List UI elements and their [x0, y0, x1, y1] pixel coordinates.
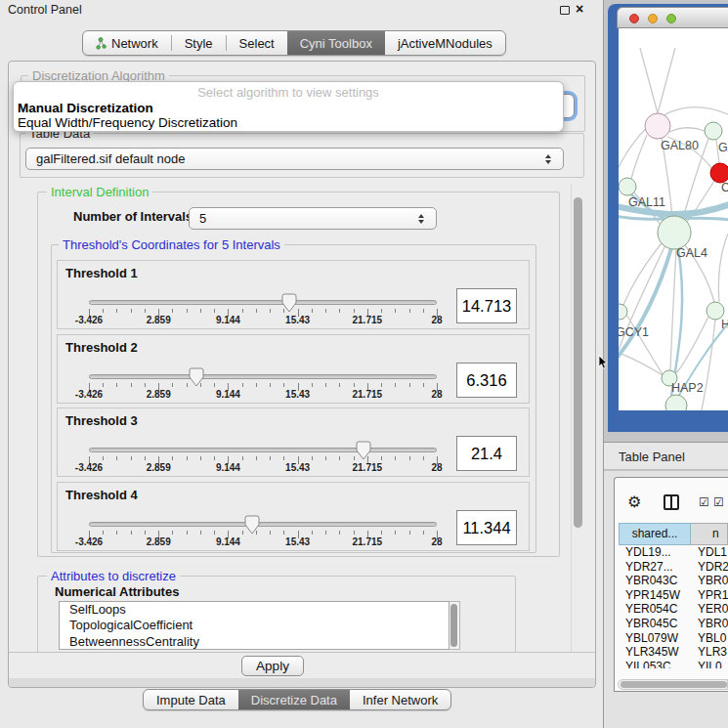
tick-label: -3.426	[75, 536, 103, 547]
tab-label: Discretize Data	[251, 693, 337, 707]
table-row[interactable]: YLR345WYLR3	[619, 645, 728, 660]
table-data-combobox[interactable]: galFiltered.sif default node	[25, 148, 564, 170]
node-table-window: ⚙ ☑ ☑ shared... n YDL19...YDL1YDR27...YD…	[614, 477, 728, 692]
threshold-label: Threshold 1	[65, 266, 138, 280]
slider-tick-labels: -3.4262.8599.14415.4321.71528	[89, 315, 437, 326]
table-row[interactable]: YPR145WYPR1	[619, 588, 728, 603]
checkbox-checked-icon[interactable]: ☑	[699, 495, 709, 509]
split-columns-icon[interactable]	[664, 494, 679, 510]
slider-thumb[interactable]	[244, 515, 260, 535]
dropdown-option-equal-width-frequency-discretization[interactable]: Equal Width/Frequency Discretization	[14, 116, 563, 131]
float-window-icon[interactable]	[560, 6, 570, 15]
tick-label: 15.43	[285, 389, 310, 400]
network-node-node-bottom[interactable]	[665, 395, 687, 410]
attributes-group-title: Attributes to discretize	[47, 569, 180, 583]
cell-shared-name: YER054C	[619, 602, 691, 617]
cell-name: YBR0	[691, 574, 728, 588]
threshold-value-field[interactable]: 11.344	[456, 510, 517, 545]
network-node-node-top-right[interactable]	[705, 122, 722, 140]
checkbox-checked-icon[interactable]: ☑	[713, 495, 724, 509]
slider-thumb[interactable]	[189, 367, 204, 387]
tick-label: 2.859	[147, 389, 171, 400]
minimize-traffic-light-icon[interactable]	[648, 14, 658, 23]
tab-select[interactable]: Select	[227, 31, 287, 55]
close-traffic-light-icon[interactable]	[629, 14, 639, 23]
network-node-gal80[interactable]	[645, 113, 670, 139]
tick-label: -3.426	[75, 462, 103, 473]
network-edge[interactable]	[640, 48, 658, 113]
table-row[interactable]: YBR045CYBR0	[619, 617, 728, 631]
apply-button[interactable]: Apply	[241, 656, 304, 676]
network-node-node-red[interactable]	[710, 163, 728, 183]
numerical-attributes-label: Numerical Attributes	[55, 584, 179, 599]
gear-icon[interactable]: ⚙	[627, 492, 641, 511]
column-header-name[interactable]: n	[691, 523, 728, 545]
table-row[interactable]: YIL053CYIL0	[619, 660, 728, 668]
node-label-gal11: GAL11	[628, 195, 665, 209]
network-edge[interactable]	[658, 48, 675, 113]
zoom-traffic-light-icon[interactable]	[666, 14, 676, 23]
control-panel-window: Control Panel × NetworkStyleSelectCyni T…	[0, 0, 604, 728]
network-edge[interactable]	[669, 128, 705, 132]
tab-network[interactable]: Network	[83, 31, 171, 55]
network-node-gcy1[interactable]	[619, 304, 627, 320]
table-row[interactable]: YDR27...YDR2	[619, 560, 728, 575]
network-icon	[96, 37, 107, 50]
tab-style[interactable]: Style	[172, 31, 226, 55]
control-panel-tabs: NetworkStyleSelectCyni ToolboxjActiveMNo…	[82, 30, 506, 56]
slider-track[interactable]	[89, 300, 437, 305]
tab-impute-data[interactable]: Impute Data	[144, 690, 238, 709]
tick-label: 28	[431, 315, 442, 325]
tick-label: 2.859	[147, 462, 171, 473]
network-graph: GAL80GACGAL11GAL4GCY1HHAP2	[619, 28, 728, 410]
tab-label: Impute Data	[156, 693, 226, 707]
cell-shared-name: YIL053C	[619, 660, 691, 668]
table-panel-title: Table Panel	[619, 450, 685, 464]
tab-infer-network[interactable]: Infer Network	[350, 690, 450, 709]
attribute-item-topologicalcoefficient[interactable]: TopologicalCoefficient	[60, 618, 449, 633]
slider-thumb[interactable]	[356, 441, 371, 460]
threshold-value-field[interactable]: 6.316	[456, 363, 517, 398]
threshold-value-field[interactable]: 21.4	[456, 436, 517, 471]
slider-track[interactable]	[89, 522, 437, 527]
network-node-gal4[interactable]	[658, 216, 691, 249]
cell-shared-name: YDL19...	[619, 545, 691, 560]
threshold-value-field[interactable]: 14.713	[456, 288, 517, 323]
number-of-intervals-combobox[interactable]: 5	[189, 207, 437, 230]
scrollbar-thumb[interactable]	[621, 681, 727, 688]
slider-track[interactable]	[89, 374, 437, 379]
table-horizontal-scrollbar[interactable]	[618, 679, 728, 690]
attributes-list-scrollbar[interactable]	[450, 601, 460, 650]
slider-track[interactable]	[89, 448, 437, 452]
network-node-gal11[interactable]	[619, 178, 636, 195]
column-header-shared-name[interactable]: shared...	[619, 523, 691, 545]
tick-label: 28	[431, 389, 442, 400]
network-canvas[interactable]: GAL80GACGAL11GAL4GCY1HHAP2	[619, 28, 728, 410]
tab-jactivemnodules[interactable]: jActiveMNodules	[385, 31, 505, 55]
slider-thumb[interactable]	[281, 293, 297, 313]
scrollbar-thumb[interactable]	[574, 197, 582, 528]
slider-tick-labels: -3.4262.8599.14415.4321.71528	[89, 536, 437, 548]
node-label-gal80: GAL80	[661, 139, 699, 152]
cell-shared-name: YBR043C	[619, 574, 691, 588]
settings-vertical-scrollbar[interactable]	[571, 184, 584, 652]
table-row[interactable]: YER054CYER0	[619, 602, 728, 617]
network-edge[interactable]	[702, 320, 715, 410]
dropdown-option-manual-discretization[interactable]: Manual Discretization	[14, 102, 563, 116]
apply-separator	[9, 652, 595, 653]
tick-label: 21.715	[353, 536, 383, 547]
tick-label: 15.43	[285, 536, 310, 547]
table-row[interactable]: YBR043CYBR0	[619, 574, 728, 588]
close-icon[interactable]: ×	[576, 1, 583, 17]
attribute-item-betweennesscentrality[interactable]: BetweennessCentrality	[60, 634, 449, 650]
network-edge[interactable]	[670, 249, 676, 370]
tab-discretize-data[interactable]: Discretize Data	[238, 690, 350, 709]
network-edge[interactable]	[631, 135, 647, 179]
network-window-titlebar[interactable]	[617, 7, 728, 28]
numerical-attributes-list[interactable]: SelfLoopsTopologicalCoefficientBetweenne…	[59, 601, 450, 650]
table-row[interactable]: YDL19...YDL1	[619, 545, 728, 560]
network-edge[interactable]	[718, 234, 728, 302]
table-row[interactable]: YBL079WYBL0	[619, 631, 728, 646]
tab-cyni-toolbox[interactable]: Cyni Toolbox	[287, 31, 385, 55]
attribute-item-selfloops[interactable]: SelfLoops	[60, 602, 449, 618]
